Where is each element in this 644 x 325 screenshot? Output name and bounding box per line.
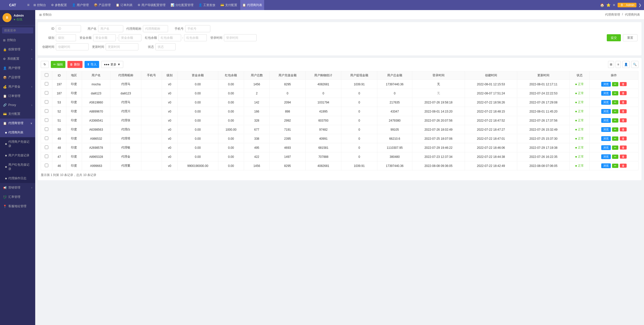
menu-icon[interactable]: ≡ bbox=[26, 2, 30, 8]
more-button[interactable]: ●●● 更多 ▼ bbox=[101, 61, 123, 68]
admin-badge[interactable]: B Admin bbox=[618, 3, 636, 7]
sidebar-item-agentmgmt[interactable]: 📋 代理商管理 ∨ bbox=[0, 119, 35, 128]
view-button[interactable]: 浏览 bbox=[601, 118, 611, 123]
nav-payment[interactable]: 💳 支付配置 bbox=[218, 0, 239, 10]
row-checkbox[interactable] bbox=[45, 164, 48, 167]
sidebar-item-agent-oplog[interactable]: ■ 代理操作日志 bbox=[0, 174, 35, 183]
row-edit-button[interactable]: ✏ bbox=[612, 146, 618, 150]
sidebar-item-ordermgmt[interactable]: 📋 订单管理 bbox=[0, 91, 35, 101]
row-checkbox[interactable] bbox=[45, 127, 48, 131]
row-edit-button[interactable]: ✏ bbox=[612, 91, 618, 95]
sidebar-item-permission[interactable]: 🔒 权限管理 › bbox=[0, 45, 35, 54]
nav-dividend[interactable]: 📊 分红配置管理 bbox=[169, 0, 195, 10]
row-delete-button[interactable]: 🗑 bbox=[620, 146, 627, 150]
view-button[interactable]: 浏览 bbox=[601, 109, 611, 114]
filter-login-time-input[interactable] bbox=[224, 34, 257, 41]
nav-params[interactable]: ⚙ 参数配置 bbox=[49, 0, 69, 10]
filter-status-input[interactable] bbox=[155, 43, 176, 50]
row-checkbox[interactable] bbox=[45, 91, 48, 95]
nav-salary[interactable]: 👤 工资发放 bbox=[196, 0, 217, 10]
sidebar-item-dashboard[interactable]: ⊞ 控制台 bbox=[0, 35, 35, 45]
sidebar-item-agent-list[interactable]: ■ 代理商列表 bbox=[0, 128, 35, 137]
row-delete-button[interactable]: 🗑 bbox=[620, 136, 627, 140]
close-icon[interactable]: ✕ bbox=[613, 3, 616, 7]
select-all-checkbox[interactable] bbox=[45, 73, 48, 77]
filter-level-input[interactable] bbox=[56, 34, 76, 41]
submit-button[interactable]: 提交 bbox=[607, 34, 621, 41]
filter-create-time-input[interactable] bbox=[56, 43, 89, 50]
nav-dashboard[interactable]: ⊞ 控制台 bbox=[31, 0, 48, 10]
row-delete-button[interactable]: 🗑 bbox=[620, 91, 627, 95]
nav-user-level[interactable]: ⚙ 用户等级配置管理 bbox=[136, 0, 168, 10]
filter-phone-input[interactable] bbox=[185, 25, 210, 32]
import-button[interactable]: ⬆ 导入 bbox=[85, 61, 99, 68]
row-edit-button[interactable]: ✏ bbox=[612, 82, 618, 86]
row-edit-button[interactable]: ✏ bbox=[612, 164, 618, 168]
row-checkbox[interactable] bbox=[45, 82, 48, 86]
sidebar-item-users[interactable]: 👤 用户管理 bbox=[0, 63, 35, 73]
row-delete-button[interactable]: 🗑 bbox=[620, 155, 627, 159]
row-checkbox[interactable] bbox=[45, 118, 48, 122]
view-button[interactable]: 浏览 bbox=[601, 127, 611, 132]
row-delete-button[interactable]: 🗑 bbox=[620, 127, 627, 131]
row-delete-button[interactable]: 🗑 bbox=[620, 100, 627, 104]
row-edit-button[interactable]: ✏ bbox=[612, 109, 618, 114]
nav-users[interactable]: 👤 用户管理 bbox=[70, 0, 91, 10]
row-delete-button[interactable]: 🗑 bbox=[620, 109, 627, 113]
filter-agent-name-input[interactable] bbox=[143, 25, 168, 32]
sidebar-item-proxy[interactable]: 🔗 Proxy › bbox=[0, 101, 35, 109]
layout-grid-button[interactable]: ⊞ bbox=[608, 61, 614, 68]
filter-username-input[interactable] bbox=[98, 25, 123, 32]
sidebar-search[interactable] bbox=[0, 25, 35, 35]
view-button[interactable]: 浏览 bbox=[601, 100, 611, 105]
filter-update-time-input[interactable] bbox=[106, 43, 138, 50]
row-delete-button[interactable]: 🗑 bbox=[620, 118, 627, 122]
view-button[interactable]: 浏览 bbox=[601, 82, 611, 87]
sidebar-item-products[interactable]: 📦 产品管理 bbox=[0, 73, 35, 82]
sidebar-item-marketing[interactable]: 📢 营销管理 › bbox=[0, 183, 35, 192]
row-checkbox[interactable] bbox=[45, 109, 48, 113]
row-checkbox[interactable] bbox=[45, 155, 48, 158]
filter-balance-min[interactable] bbox=[93, 34, 116, 41]
layout-list-button[interactable]: ≡ bbox=[616, 61, 621, 68]
sidebar-item-customerservice[interactable]: 📍 客服地址管理 bbox=[0, 202, 35, 211]
nav-products[interactable]: 📦 产品管理 bbox=[92, 0, 113, 10]
sidebar-item-funds[interactable]: 💰 用户资金 › bbox=[0, 82, 35, 91]
sidebar-item-sysconfig[interactable]: ⚙ 系统配置 › bbox=[0, 54, 35, 63]
row-edit-button[interactable]: ✏ bbox=[612, 100, 618, 104]
delete-button[interactable]: 🗑 删除 bbox=[67, 61, 83, 68]
row-edit-button[interactable]: ✏ bbox=[612, 127, 618, 132]
row-checkbox[interactable] bbox=[45, 100, 48, 104]
view-button[interactable]: 浏览 bbox=[601, 163, 611, 168]
edit-button[interactable]: ✏ 编辑 bbox=[51, 61, 65, 68]
sidebar-item-agent-recharge[interactable]: ■ 代理商户充值记录 bbox=[0, 137, 35, 151]
filter-id-input[interactable] bbox=[56, 25, 81, 32]
view-button[interactable]: 浏览 bbox=[601, 145, 611, 150]
table-search-button[interactable]: 🔍 bbox=[631, 61, 638, 68]
star-icon[interactable]: ⭐ bbox=[606, 3, 611, 7]
filter-balance-max[interactable] bbox=[119, 34, 141, 41]
nav-orders[interactable]: 📋 订单列表 bbox=[114, 0, 135, 10]
expand-icon[interactable]: ❯ bbox=[638, 3, 641, 7]
reset-button[interactable]: 重置 bbox=[623, 34, 637, 41]
nav-agent-list[interactable]: 📋 代理商列表 bbox=[240, 0, 264, 10]
sidebar-item-paycfg[interactable]: 💳 支付配置 bbox=[0, 109, 35, 119]
row-edit-button[interactable]: ✏ bbox=[612, 118, 618, 123]
row-checkbox[interactable] bbox=[45, 136, 48, 140]
view-button[interactable]: 浏览 bbox=[601, 154, 611, 159]
refresh-button[interactable]: ↻ bbox=[41, 61, 49, 68]
home-icon[interactable]: 🏠 bbox=[600, 3, 604, 7]
sidebar-item-user-recharge[interactable]: ■ 用户户充值记录 bbox=[0, 151, 35, 160]
row-delete-button[interactable]: 🗑 bbox=[620, 82, 627, 86]
row-edit-button[interactable]: ✏ bbox=[612, 136, 618, 141]
sidebar-item-user-redpacket[interactable]: ■ 用户红包充值记录 bbox=[0, 160, 35, 174]
search-input[interactable] bbox=[2, 27, 33, 33]
column-settings-button[interactable]: 👤 bbox=[622, 61, 630, 68]
row-edit-button[interactable]: ✏ bbox=[612, 155, 618, 159]
view-button[interactable]: 浏览 bbox=[601, 91, 611, 96]
filter-red-min[interactable] bbox=[158, 34, 181, 41]
row-checkbox[interactable] bbox=[45, 146, 48, 149]
sidebar-item-exchange[interactable]: 💱 汇率管理 bbox=[0, 192, 35, 202]
filter-red-max[interactable] bbox=[184, 34, 207, 41]
row-delete-button[interactable]: 🗑 bbox=[620, 164, 627, 168]
